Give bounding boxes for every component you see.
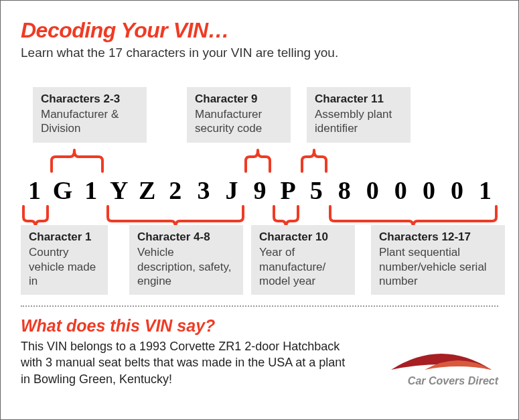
vin-char: P <box>275 176 301 205</box>
info-title: Character 11 <box>315 92 402 106</box>
info-box-char-10: Character 10 Year of manufacture/ model … <box>251 225 355 295</box>
info-title: Character 10 <box>259 230 347 244</box>
bracket-icon <box>244 149 271 173</box>
vin-char: 3 <box>190 176 216 205</box>
info-title: Character 1 <box>29 230 100 244</box>
bracket-icon <box>301 149 327 173</box>
brand-logo: Car Covers Direct <box>378 350 498 387</box>
info-title: Characters 2-3 <box>41 92 139 106</box>
vin-char: G <box>49 176 76 205</box>
info-title: Character 4-8 <box>137 230 235 244</box>
vin-char: Z <box>133 176 160 205</box>
info-desc: Plant sequential number/vehicle serial n… <box>379 245 497 288</box>
vin-char: 9 <box>246 176 273 205</box>
info-box-chars-2-3: Characters 2-3 Manufacturer & Division <box>33 87 147 143</box>
car-cover-icon <box>384 350 498 374</box>
info-desc: Manufacturer & Division <box>41 107 139 136</box>
info-box-char-9: Character 9 Manufacturer security code <box>187 87 291 143</box>
bracket-icon <box>50 149 104 173</box>
brand-name: Car Covers Direct <box>378 375 498 387</box>
vin-char: 0 <box>415 176 442 205</box>
info-title: Character 9 <box>195 92 283 106</box>
vin-diagram: Characters 2-3 Manufacturer & Division C… <box>21 87 498 295</box>
vin-char: 1 <box>21 176 48 205</box>
info-box-char-11: Character 11 Assembly plant identifier <box>307 87 411 143</box>
info-box-chars-4-8: Character 4-8 Vehicle description, safet… <box>129 225 243 295</box>
vin-char: 0 <box>443 176 470 205</box>
vin-char: 2 <box>161 176 188 205</box>
vin-characters: 1 G 1 Y Z 2 3 J 9 P 5 8 0 0 0 0 1 <box>21 176 498 205</box>
info-desc: Country vehicle made in <box>29 245 100 288</box>
info-desc: Assembly plant identifier <box>315 107 402 136</box>
info-desc: Vehicle description, safety, engine <box>137 245 235 288</box>
page-title: Decoding Your VIN… <box>21 18 498 43</box>
vin-char: 5 <box>303 176 329 205</box>
info-box-chars-12-17: Characters 12-17 Plant sequential number… <box>371 225 505 295</box>
info-desc: Year of manufacture/ model year <box>259 245 347 288</box>
info-title: Characters 12-17 <box>379 230 497 244</box>
footer-question: What does this VIN say? <box>21 316 356 336</box>
vin-char: J <box>218 176 244 205</box>
vin-char: 1 <box>471 176 498 205</box>
vin-char: 0 <box>359 176 386 205</box>
divider <box>21 305 498 307</box>
vin-char: 0 <box>387 176 414 205</box>
info-box-char-1: Character 1 Country vehicle made in <box>21 225 108 295</box>
vin-char: 1 <box>77 176 104 205</box>
vin-char: Y <box>105 176 132 205</box>
vin-char: 8 <box>331 176 358 205</box>
footer-answer: This VIN belongs to a 1993 Corvette ZR1 … <box>21 338 356 387</box>
info-desc: Manufacturer security code <box>195 107 283 136</box>
page-subtitle: Learn what the 17 characters in your VIN… <box>21 46 498 60</box>
